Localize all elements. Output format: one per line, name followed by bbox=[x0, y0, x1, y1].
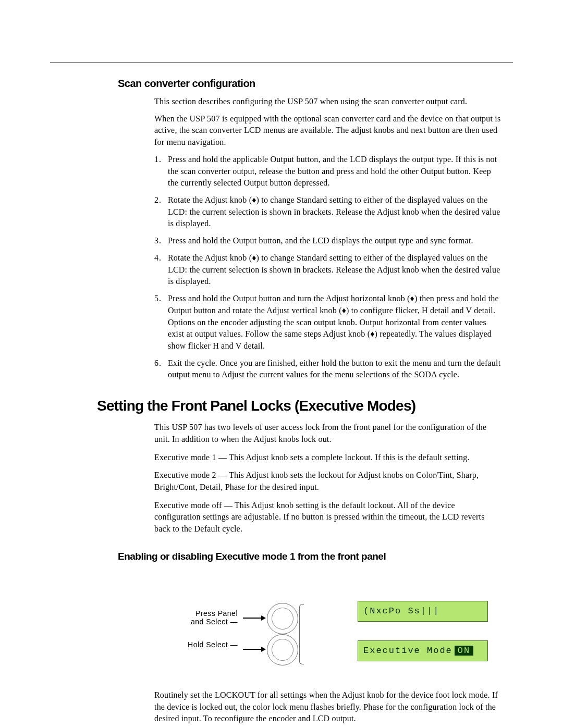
adjust-knob-diagram bbox=[267, 603, 298, 634]
exec-mode-2-label: Executive mode 2 — bbox=[154, 471, 227, 479]
exec-mode-2: Executive mode 2 — This Adjust knob sets… bbox=[154, 470, 503, 493]
lcd-text-highlight: ON bbox=[455, 646, 473, 656]
lcd-text: (NxcPo Ss||| bbox=[363, 606, 439, 616]
scan-step: 4.Rotate the Adjust knob (♦) to change S… bbox=[154, 252, 503, 288]
step-number: 1. bbox=[154, 154, 168, 189]
scan-step: 1.Press and hold the applicable Output b… bbox=[154, 154, 503, 189]
step-number: 4. bbox=[154, 252, 168, 288]
exec-intro: This USP 507 has two levels of user acce… bbox=[154, 422, 503, 445]
label-line-2: and Select — bbox=[191, 618, 238, 626]
top-rule bbox=[50, 63, 513, 63]
knob-inner bbox=[272, 639, 293, 661]
heading-exec-modes: Setting the Front Panel Locks (Executive… bbox=[97, 398, 513, 414]
step-text: Press and hold the Output button and tur… bbox=[168, 293, 503, 352]
step-number: 2. bbox=[154, 194, 168, 230]
step-text: Exit the cycle. Once you are finished, e… bbox=[168, 357, 503, 381]
panel-desc-1: Routinely set the LOCKOUT for all settin… bbox=[154, 689, 503, 725]
lcd-display-top: (NxcPo Ss||| bbox=[358, 601, 488, 622]
scan-intro-2: When the USP 507 is equipped with the op… bbox=[154, 113, 503, 149]
scan-intro-1: This section describes configuring the U… bbox=[154, 96, 503, 108]
lcd-text: Executive Mode bbox=[363, 646, 452, 656]
figure-label-press: Press Panel and Select — bbox=[154, 609, 238, 626]
figure-label-hold: Hold Select — bbox=[154, 640, 238, 649]
step-text: Press and hold the Output button, and th… bbox=[168, 235, 503, 247]
scan-step: 2.Rotate the Adjust knob (♦) to change S… bbox=[154, 194, 503, 230]
knob-inner bbox=[272, 608, 293, 630]
scan-step-list: 1.Press and hold the applicable Output b… bbox=[154, 154, 503, 381]
label-line-1: Press Panel bbox=[195, 609, 238, 618]
step-number: 5. bbox=[154, 293, 168, 352]
step-number: 6. bbox=[154, 357, 168, 381]
arrow-icon bbox=[243, 615, 266, 621]
scan-step: 3.Press and hold the Output button, and … bbox=[154, 235, 503, 247]
scan-step: 6.Exit the cycle. Once you are finished,… bbox=[154, 357, 503, 381]
scan-step: 5.Press and hold the Output button and t… bbox=[154, 293, 503, 352]
exec-mode-off: Executive mode off — This Adjust knob se… bbox=[154, 500, 503, 535]
exec-mode-1: Executive mode 1 — This Adjust knob sets… bbox=[154, 452, 503, 464]
exec-mode-1-label: Executive mode 1 — bbox=[154, 453, 227, 462]
lcd-display-bottom: Executive Mode ON bbox=[358, 640, 488, 661]
front-panel-figure: Press Panel and Select — Hold Select — (… bbox=[154, 574, 513, 678]
arrow-icon bbox=[243, 647, 266, 652]
exec-mode-1-text: This Adjust knob sets a complete lockout… bbox=[229, 453, 470, 462]
step-text: Rotate the Adjust knob (♦) to change Sta… bbox=[168, 194, 503, 230]
brace-icon bbox=[299, 604, 303, 664]
adjust-knob-diagram bbox=[267, 634, 298, 665]
step-number: 3. bbox=[154, 235, 168, 247]
exec-mode-off-label: Executive mode off — bbox=[154, 501, 232, 510]
heading-enable-disable: Enabling or disabling Executive mode 1 f… bbox=[118, 551, 513, 562]
step-text: Rotate the Adjust knob (♦) to change Sta… bbox=[168, 252, 503, 288]
heading-scan-config: Scan converter configuration bbox=[118, 78, 513, 90]
step-text: Press and hold the applicable Output but… bbox=[168, 154, 503, 189]
